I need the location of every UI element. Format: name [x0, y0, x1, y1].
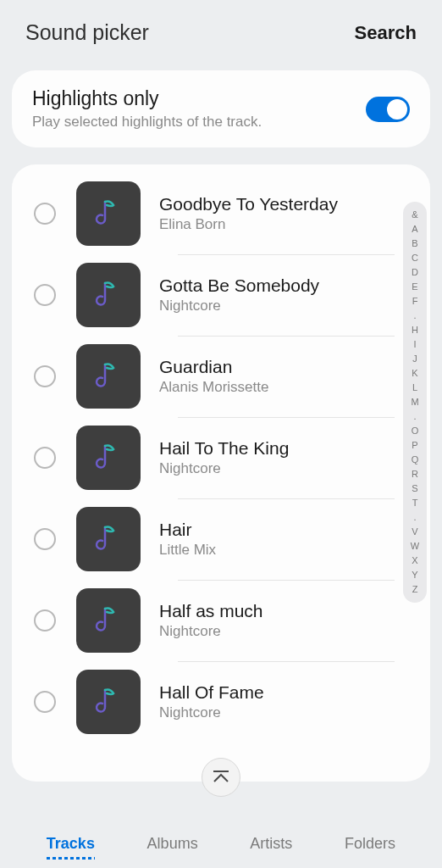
track-info: Hail To The King Nightcore	[159, 438, 415, 477]
track-row[interactable]: Gotta Be Somebody Nightcore	[12, 254, 430, 336]
alpha-index-letter[interactable]: L	[412, 383, 417, 392]
alpha-index-letter[interactable]: B	[412, 239, 417, 248]
highlights-text: Highlights only Play selected highlights…	[32, 87, 262, 131]
track-title: Hail To The King	[159, 438, 390, 459]
track-artist: Nightcore	[159, 704, 390, 721]
alpha-index-letter[interactable]: K	[412, 369, 417, 378]
alpha-index-letter[interactable]: W	[411, 542, 419, 551]
track-artist: Nightcore	[159, 298, 390, 314]
highlights-card: Highlights only Play selected highlights…	[12, 70, 430, 147]
divider	[178, 661, 395, 662]
alpha-index-letter[interactable]: F	[412, 297, 418, 306]
track-artist: Alanis Morissette	[159, 379, 390, 396]
alpha-index-letter[interactable]: E	[412, 282, 417, 292]
album-art	[76, 507, 141, 571]
highlights-toggle[interactable]	[366, 97, 410, 122]
alpha-index-letter[interactable]: A	[412, 225, 417, 234]
track-row[interactable]: Guardian Alanis Morissette	[12, 336, 430, 417]
album-art	[76, 181, 141, 246]
alpha-index-letter[interactable]: X	[412, 556, 417, 565]
alpha-index-letter[interactable]: Q	[412, 455, 419, 465]
track-row[interactable]: Hall Of Fame Nightcore	[12, 661, 430, 743]
alpha-index-letter[interactable]: D	[412, 268, 418, 277]
header: Sound picker Search	[0, 0, 442, 60]
album-art	[76, 670, 141, 734]
track-radio[interactable]	[34, 447, 56, 469]
music-note-icon	[95, 361, 122, 392]
highlights-title: Highlights only	[32, 87, 262, 110]
track-info: Half as much Nightcore	[159, 601, 415, 640]
page-title: Sound picker	[25, 20, 149, 45]
music-note-icon	[95, 605, 122, 636]
track-radio[interactable]	[34, 609, 56, 632]
track-row[interactable]: Hair Little Mix	[12, 498, 430, 580]
track-row[interactable]: Half as much Nightcore	[12, 580, 430, 661]
bottom-tabs: TracksAlbumsArtistsFolders	[0, 823, 442, 868]
track-radio[interactable]	[34, 365, 56, 387]
track-info: Guardian Alanis Morissette	[159, 357, 415, 396]
alpha-index-letter[interactable]: Y	[412, 570, 417, 580]
track-title: Gotta Be Somebody	[159, 275, 390, 296]
alpha-index-letter[interactable]: O	[412, 426, 419, 436]
divider	[178, 417, 395, 418]
tab-folders[interactable]: Folders	[345, 835, 395, 856]
track-artist: Elina Born	[159, 216, 390, 233]
track-title: Half as much	[159, 601, 390, 621]
track-artist: Nightcore	[159, 623, 390, 640]
highlights-subtitle: Play selected highlights of the track.	[32, 114, 262, 131]
track-row[interactable]: Goodbye To Yesterday Elina Born	[12, 173, 430, 254]
toggle-knob	[387, 99, 407, 120]
track-list: Goodbye To Yesterday Elina Born Gotta Be…	[12, 164, 430, 782]
track-artist: Nightcore	[159, 460, 390, 477]
track-radio[interactable]	[34, 528, 56, 550]
alpha-index-letter[interactable]: J	[412, 354, 417, 364]
alpha-index-letter[interactable]: C	[412, 253, 418, 263]
track-title: Goodbye To Yesterday	[159, 194, 390, 214]
scroll-to-top-button[interactable]	[202, 758, 240, 797]
track-radio[interactable]	[34, 284, 56, 306]
alpha-index-letter[interactable]: .	[413, 412, 416, 421]
alpha-index-letter[interactable]: M	[411, 398, 418, 407]
track-info: Gotta Be Somebody Nightcore	[159, 275, 415, 314]
track-title: Hall Of Fame	[159, 682, 390, 703]
music-note-icon	[95, 280, 122, 310]
divider	[178, 254, 395, 255]
track-radio[interactable]	[34, 691, 56, 713]
music-note-icon	[95, 687, 122, 717]
track-title: Hair	[159, 520, 390, 540]
music-note-icon	[95, 198, 122, 229]
alpha-index-letter[interactable]: R	[412, 470, 418, 479]
alpha-index-letter[interactable]: V	[412, 527, 417, 537]
track-info: Hall Of Fame Nightcore	[159, 682, 415, 721]
chevron-up-icon	[212, 770, 230, 785]
album-art	[76, 426, 141, 490]
search-button[interactable]: Search	[355, 22, 417, 44]
alpha-index[interactable]: &ABCDEF.HIJKLM.OPQRST.VWXYZ	[403, 202, 427, 603]
album-art	[76, 588, 141, 653]
alpha-index-letter[interactable]: &	[412, 210, 417, 220]
tab-albums[interactable]: Albums	[147, 835, 198, 856]
alpha-index-letter[interactable]: S	[412, 484, 417, 493]
music-note-icon	[95, 524, 122, 554]
divider	[178, 498, 395, 499]
alpha-index-letter[interactable]: .	[413, 311, 416, 320]
alpha-index-letter[interactable]: .	[413, 513, 416, 522]
divider	[178, 580, 395, 581]
track-artist: Little Mix	[159, 542, 390, 559]
album-art	[76, 344, 141, 409]
alpha-index-letter[interactable]: H	[412, 326, 418, 335]
alpha-index-letter[interactable]: I	[413, 340, 416, 349]
tab-tracks[interactable]: Tracks	[47, 835, 95, 856]
track-info: Goodbye To Yesterday Elina Born	[159, 194, 415, 233]
track-row[interactable]: Hail To The King Nightcore	[12, 417, 430, 498]
tab-artists[interactable]: Artists	[250, 835, 292, 856]
alpha-index-letter[interactable]: P	[412, 441, 417, 450]
divider	[178, 336, 395, 337]
music-note-icon	[95, 442, 122, 473]
track-radio[interactable]	[34, 203, 56, 225]
album-art	[76, 263, 141, 327]
alpha-index-letter[interactable]: Z	[412, 585, 418, 594]
track-title: Guardian	[159, 357, 390, 377]
alpha-index-letter[interactable]: T	[412, 498, 418, 508]
track-info: Hair Little Mix	[159, 520, 415, 559]
